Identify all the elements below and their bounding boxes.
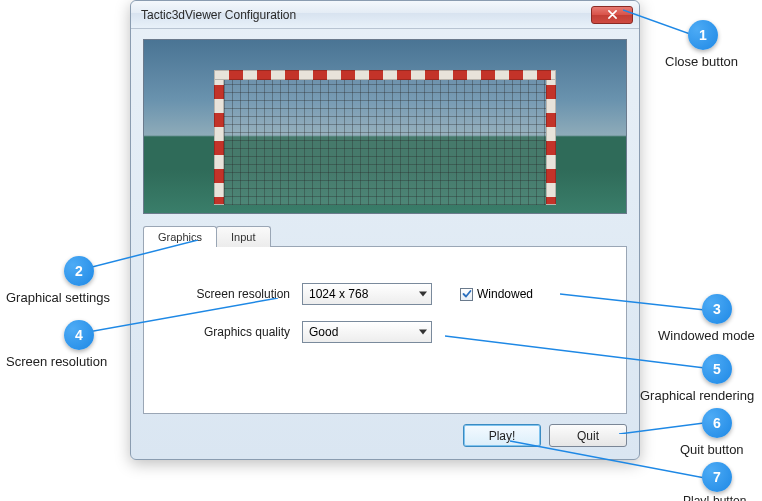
windowed-checkbox[interactable]: Windowed (460, 287, 533, 301)
resolution-select[interactable]: 1024 x 768 (302, 283, 432, 305)
chevron-down-icon (419, 330, 427, 335)
callout-2: 2 (64, 256, 94, 286)
callout-number: 5 (713, 361, 721, 377)
tabpanel-graphics: Screen resolution 1024 x 768 Windowed Gr… (143, 246, 627, 414)
button-row: Play! Quit (143, 424, 627, 447)
row-resolution: Screen resolution 1024 x 768 Windowed (172, 283, 598, 305)
config-dialog: Tactic3dViewer Configuration Graphics In… (130, 0, 640, 460)
callout-3: 3 (702, 294, 732, 324)
callout-label-1: Close button (665, 54, 738, 69)
button-label: Play! (489, 429, 516, 443)
play-button[interactable]: Play! (463, 424, 541, 447)
callout-number: 7 (713, 469, 721, 485)
callout-label-6: Quit button (680, 442, 744, 457)
callout-number: 6 (713, 415, 721, 431)
callout-6: 6 (702, 408, 732, 438)
callout-label-2: Graphical settings (6, 290, 110, 305)
quit-button[interactable]: Quit (549, 424, 627, 447)
tab-label: Graphics (158, 231, 202, 243)
quality-select[interactable]: Good (302, 321, 432, 343)
callout-label-5: Graphical rendering (640, 388, 754, 403)
titlebar: Tactic3dViewer Configuration (131, 1, 639, 29)
checkbox-box (460, 288, 473, 301)
select-value: Good (309, 325, 338, 339)
callout-7: 7 (702, 462, 732, 492)
tabstrip: Graphics Input (143, 226, 627, 247)
callout-number: 3 (713, 301, 721, 317)
row-quality: Graphics quality Good (172, 321, 598, 343)
button-label: Quit (577, 429, 599, 443)
checkbox-label: Windowed (477, 287, 533, 301)
tab-label: Input (231, 231, 255, 243)
quality-label: Graphics quality (172, 325, 302, 339)
select-value: 1024 x 768 (309, 287, 368, 301)
callout-number: 4 (75, 327, 83, 343)
callout-5: 5 (702, 354, 732, 384)
callout-label-4: Screen resolution (6, 354, 107, 369)
close-icon (608, 10, 617, 19)
tab-input[interactable]: Input (216, 226, 270, 247)
check-icon (462, 289, 472, 299)
dialog-body: Graphics Input Screen resolution 1024 x … (131, 29, 639, 459)
callout-number: 1 (699, 27, 707, 43)
callout-1: 1 (688, 20, 718, 50)
chevron-down-icon (419, 292, 427, 297)
resolution-label: Screen resolution (172, 287, 302, 301)
callout-4: 4 (64, 320, 94, 350)
close-button[interactable] (591, 6, 633, 24)
tab-graphics[interactable]: Graphics (143, 226, 217, 247)
callout-label-3: Windowed mode (658, 328, 755, 343)
window-title: Tactic3dViewer Configuration (141, 8, 591, 22)
banner-image (143, 39, 627, 214)
callout-label-7: Play! button (683, 494, 746, 501)
callout-number: 2 (75, 263, 83, 279)
